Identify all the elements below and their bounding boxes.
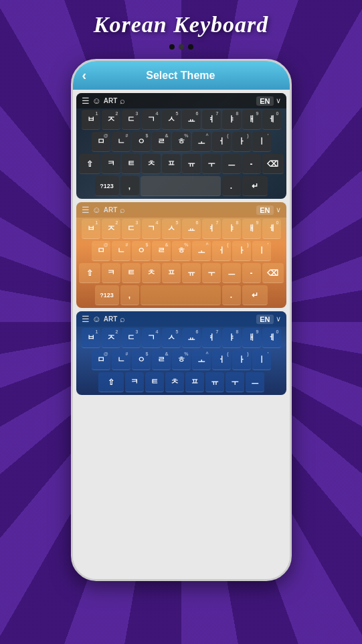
key-yeo1[interactable]: 7ㅕ [202,110,221,130]
key-h3[interactable]: %ㅎ [172,350,191,370]
key-ya2[interactable]: 8ㅑ [222,219,241,239]
key-shift-dark[interactable]: ⇧ [79,154,100,174]
key-r2[interactable]: &ㄹ [152,241,171,261]
key-d2[interactable]: 3ㄷ [122,219,141,239]
key-eo3[interactable]: (ㅓ [212,350,231,370]
key-n2[interactable]: #ㄴ [112,241,130,261]
key-u1[interactable]: ㅜ [202,154,221,174]
key-t1[interactable]: ㅌ [122,154,141,174]
key-ch2[interactable]: ㅊ [142,263,161,283]
key-yu2[interactable]: ㅠ [182,263,201,283]
key-ng3[interactable]: $ㅇ [132,350,151,370]
key-yeo3[interactable]: 7ㅕ [202,328,221,348]
key-eo2[interactable]: (ㅓ [212,241,231,261]
key-g2[interactable]: 4ㄱ [142,219,161,239]
key-i3[interactable]: 'ㅣ [252,350,271,370]
key-j3[interactable]: 2ㅈ [102,328,120,348]
key-r1[interactable]: &ㄹ [152,132,171,152]
key-t3[interactable]: ㅌ [145,372,164,392]
key-comma-sunset[interactable]: , [120,285,139,305]
key-period-dark[interactable]: . [222,176,241,196]
key-i2[interactable]: 'ㅣ [252,241,271,261]
key-k2[interactable]: ㅋ [102,263,120,283]
key-yo1[interactable]: 6ㅛ [182,110,201,130]
key-ae1[interactable]: 9ㅐ [242,110,261,130]
key-ch1[interactable]: ㅊ [142,154,161,174]
key-k3[interactable]: ㅋ [125,372,144,392]
key-s1[interactable]: 5ㅅ [162,110,181,130]
key-dash2[interactable]: - [242,263,261,283]
back-button[interactable]: ‹ [82,68,87,83]
key-ng1[interactable]: $ㅇ [132,132,151,152]
key-yu1[interactable]: ㅠ [182,154,201,174]
key-s2[interactable]: 5ㅅ [162,219,181,239]
key-space-dark[interactable] [141,176,221,196]
key-u2[interactable]: ㅜ [202,263,221,283]
key-backspace-dark[interactable]: ⌫ [262,154,284,174]
key-n3[interactable]: #ㄴ [112,350,130,370]
key-k1[interactable]: ㅋ [102,154,120,174]
key-g1[interactable]: 4ㄱ [142,110,161,130]
key-eu3[interactable]: ㅡ [246,372,264,392]
key-a1[interactable]: )ㅏ [232,132,251,152]
key-d3[interactable]: 3ㄷ [122,328,141,348]
key-shift-ocean[interactable]: ⇧ [98,372,124,392]
key-s3[interactable]: 5ㅅ [162,328,181,348]
key-p1[interactable]: ㅍ [162,154,181,174]
key-g3[interactable]: 4ㄱ [142,328,161,348]
key-m3[interactable]: @ㅁ [92,350,110,370]
key-dash1[interactable]: - [242,154,261,174]
key-comma-dark[interactable]: , [120,176,139,196]
key-ae3[interactable]: 9ㅐ [242,328,261,348]
theme-card-ocean[interactable]: ☰ ☺ ART ⌕ EN ∨ 1ㅂ 2ㅈ 3ㄷ 4ㄱ [76,311,286,395]
key-r3[interactable]: &ㄹ [152,350,171,370]
key-o2[interactable]: ^ㅗ [192,241,211,261]
key-space-sunset[interactable] [141,285,221,305]
key-ch3[interactable]: ㅊ [165,372,184,392]
theme-card-dark[interactable]: ☰ ☺ ART ⌕ EN ∨ 1ㅂ 2ㅈ 3ㄷ [76,93,286,199]
key-e2[interactable]: 0ㅔ [262,219,281,239]
key-b3[interactable]: 1ㅂ [82,328,100,348]
key-h1[interactable]: %ㅎ [172,132,191,152]
key-o3[interactable]: ^ㅗ [192,350,211,370]
key-yo3[interactable]: 6ㅛ [182,328,201,348]
key-a2[interactable]: )ㅏ [232,241,251,261]
key-p3[interactable]: ㅍ [185,372,204,392]
theme-list[interactable]: ☰ ☺ ART ⌕ EN ∨ 1ㅂ 2ㅈ 3ㄷ [73,90,290,579]
key-m1[interactable]: @ㅁ [92,132,110,152]
key-period-sunset[interactable]: . [222,285,241,305]
key-d1[interactable]: 3ㄷ [122,110,141,130]
key-p2[interactable]: ㅍ [162,263,181,283]
key-backspace-sunset[interactable]: ⌫ [262,263,284,283]
key-eo1[interactable]: (ㅓ [212,132,231,152]
key-j1[interactable]: 2ㅈ [102,110,120,130]
key-ya3[interactable]: 8ㅑ [222,328,241,348]
theme-card-sunset[interactable]: ☰ ☺ ART ⌕ EN ∨ 1ㅂ 2ㅈ 3ㄷ 4ㄱ [76,202,286,308]
key-j2[interactable]: 2ㅈ [102,219,120,239]
key-ae2[interactable]: 9ㅐ [242,219,261,239]
key-ya1[interactable]: 8ㅑ [222,110,241,130]
key-yu3[interactable]: ㅠ [205,372,224,392]
key-a3[interactable]: )ㅏ [232,350,251,370]
key-h2[interactable]: %ㅎ [172,241,191,261]
key-ng2[interactable]: $ㅇ [132,241,151,261]
key-m2[interactable]: @ㅁ [92,241,110,261]
key-yeo2[interactable]: 7ㅕ [202,219,221,239]
key-i1[interactable]: 'ㅣ [252,132,271,152]
key-o1[interactable]: ^ㅗ [192,132,211,152]
key-t2[interactable]: ㅌ [122,263,141,283]
key-shift-sunset[interactable]: ⇧ [79,263,100,283]
key-e3[interactable]: 0ㅔ [262,328,281,348]
key-eu1[interactable]: ㅡ [222,154,241,174]
key-e1[interactable]: 0ㅔ [262,110,281,130]
key-num-dark[interactable]: ?123 [95,176,119,196]
key-b2[interactable]: 1ㅂ [82,219,100,239]
key-n1[interactable]: #ㄴ [112,132,130,152]
key-num-sunset[interactable]: ?123 [95,285,119,305]
key-eu2[interactable]: ㅡ [222,263,241,283]
key-u3[interactable]: ㅜ [225,372,244,392]
key-enter-sunset[interactable]: ↵ [242,285,268,305]
key-enter-dark[interactable]: ↵ [242,176,268,196]
key-yo2[interactable]: 6ㅛ [182,219,201,239]
key-b1[interactable]: 1ㅂ [82,110,100,130]
